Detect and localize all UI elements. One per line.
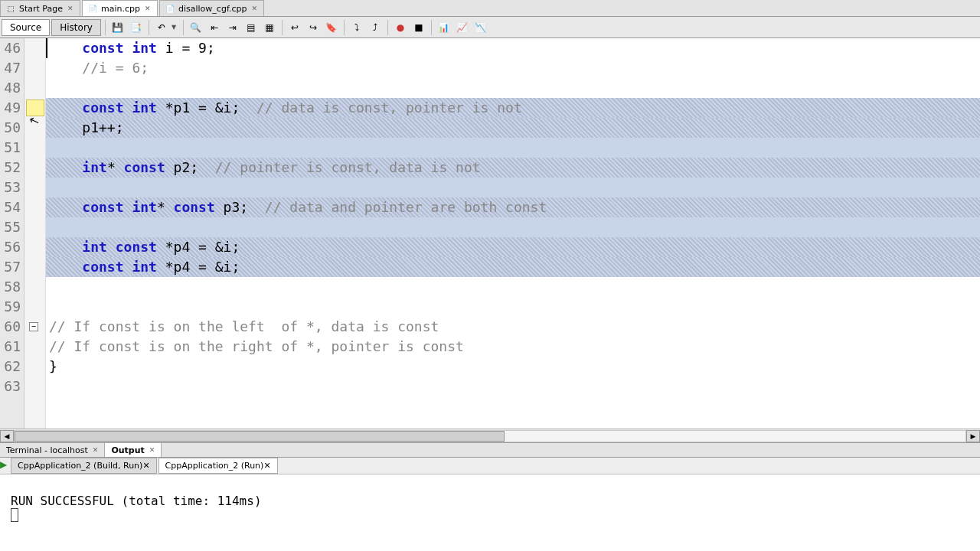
file-icon: 📄 [165, 3, 175, 14]
output-tab[interactable]: Output✕ [105, 443, 162, 457]
code-line[interactable] [46, 178, 980, 197]
code-line[interactable]: } [46, 357, 980, 377]
code-line[interactable] [46, 277, 980, 297]
close-icon[interactable]: ✕ [251, 5, 259, 12]
code-line[interactable]: // If const is on the left of *, data is… [46, 317, 980, 337]
save-all-icon[interactable]: 📑 [128, 19, 145, 36]
code-line[interactable]: p1++; [46, 118, 980, 138]
close-icon[interactable]: ✕ [263, 461, 270, 471]
file-tabs: ⬚Start Page✕📄main.cpp✕📄disallow_cgf.cpp✕ [0, 0, 980, 17]
console-output[interactable]: RUN SUCCESSFUL (total time: 114ms) [0, 474, 980, 551]
stop-icon[interactable]: ■ [410, 19, 427, 36]
save-icon[interactable]: 💾 [109, 19, 126, 36]
code-line[interactable]: //i = 6; [46, 58, 980, 78]
output-panel-tabs: Terminal - localhost✕Output✕ [0, 442, 980, 458]
find-prev-icon[interactable]: ⇤ [206, 19, 223, 36]
file-tab-label: Start Page [19, 4, 63, 14]
fold-toggle-icon[interactable]: − [29, 322, 38, 331]
code-line[interactable]: // If const is on the right of *, pointe… [46, 337, 980, 357]
find-next-icon[interactable]: ⇥ [224, 19, 241, 36]
file-icon: 📄 [87, 3, 98, 14]
dropdown-icon[interactable]: ▼ [172, 24, 179, 31]
step-out-icon[interactable]: ⤴ [367, 19, 384, 36]
tab-source[interactable]: Source [2, 19, 50, 36]
scroll-thumb[interactable] [15, 431, 505, 442]
file-tab-label: disallow_cgf.cpp [178, 4, 247, 14]
code-line[interactable] [46, 138, 980, 158]
close-icon[interactable]: ✕ [93, 446, 99, 454]
editor-toolbar: Source History 💾📑↶▼🔍⇤⇥▤▦↩↪🔖⤵⤴●■📊📈📉 [0, 17, 980, 38]
file-tab[interactable]: 📄main.cpp✕ [82, 0, 158, 16]
output-tab[interactable]: Terminal - localhost✕ [0, 443, 105, 457]
line-gutter: 464748495051525354555657585960616263 [0, 38, 24, 429]
horizontal-scrollbar[interactable]: ◀ ▶ [0, 429, 980, 442]
close-icon[interactable]: ✕ [67, 5, 75, 12]
nav-fwd-icon[interactable]: ↪ [305, 19, 322, 36]
bookmark-icon[interactable]: 🔖 [323, 19, 340, 36]
play-icon: ▶ [0, 459, 9, 471]
highlight-icon[interactable]: ▤ [243, 19, 260, 36]
find-icon[interactable]: 🔍 [188, 19, 204, 36]
text-cursor [46, 38, 47, 58]
console-cursor [11, 508, 18, 522]
step-in-icon[interactable]: ⤵ [348, 19, 365, 36]
file-tab[interactable]: 📄disallow_cgf.cpp✕ [159, 0, 264, 16]
file-tab-label: main.cpp [101, 4, 140, 14]
run-config-label: CppApplication_2 (Build, Run) [18, 461, 142, 471]
close-icon[interactable]: ✕ [142, 461, 149, 471]
close-icon[interactable]: ✕ [145, 5, 152, 12]
code-line[interactable]: int* const p2; // pointer is const, data… [46, 158, 980, 178]
code-line[interactable] [46, 297, 980, 317]
console-line: RUN SUCCESSFUL (total time: 114ms) [11, 494, 969, 508]
code-line[interactable] [46, 217, 980, 237]
undo-icon[interactable]: ↶ [153, 19, 170, 36]
code-line[interactable] [46, 78, 980, 98]
scroll-track[interactable] [14, 430, 966, 442]
output-tab-label: Terminal - localhost [6, 445, 88, 455]
scroll-left-icon[interactable]: ◀ [0, 430, 14, 442]
file-tab[interactable]: ⬚Start Page✕ [0, 0, 80, 16]
code-line[interactable] [46, 377, 980, 396]
code-editor[interactable]: 464748495051525354555657585960616263 − c… [0, 38, 980, 429]
fold-column: − [24, 38, 46, 429]
run-config-label: CppApplication_2 (Run) [165, 461, 264, 471]
file-icon: ⬚ [5, 3, 16, 14]
code-line[interactable]: const int *p1 = &i; // data is const, po… [46, 98, 980, 118]
code-line[interactable]: const int* const p3; // data and pointer… [46, 197, 980, 217]
run-config-tabs: ▶ CppApplication_2 (Build, Run) ✕CppAppl… [0, 458, 980, 474]
scroll-right-icon[interactable]: ▶ [966, 430, 980, 442]
toggle-icon[interactable]: ▦ [261, 19, 278, 36]
nav-back-icon[interactable]: ↩ [286, 19, 303, 36]
chart3-icon[interactable]: 📉 [472, 19, 489, 36]
close-icon[interactable]: ✕ [149, 446, 155, 454]
output-tab-label: Output [111, 445, 144, 455]
code-line[interactable]: const int i = 9; [46, 38, 980, 58]
code-body[interactable]: const int i = 9; //i = 6; const int *p1 … [46, 38, 980, 429]
run-config-tab[interactable]: CppApplication_2 (Build, Run) ✕ [11, 458, 157, 474]
chart2-icon[interactable]: 📈 [454, 19, 471, 36]
record-icon[interactable]: ● [392, 19, 409, 36]
chart1-icon[interactable]: 📊 [436, 19, 452, 36]
run-config-tab[interactable]: CppApplication_2 (Run) ✕ [158, 458, 278, 474]
code-line[interactable]: const int *p4 = &i; [46, 257, 980, 277]
code-line[interactable]: int const *p4 = &i; [46, 237, 980, 257]
tab-history[interactable]: History [51, 19, 101, 36]
